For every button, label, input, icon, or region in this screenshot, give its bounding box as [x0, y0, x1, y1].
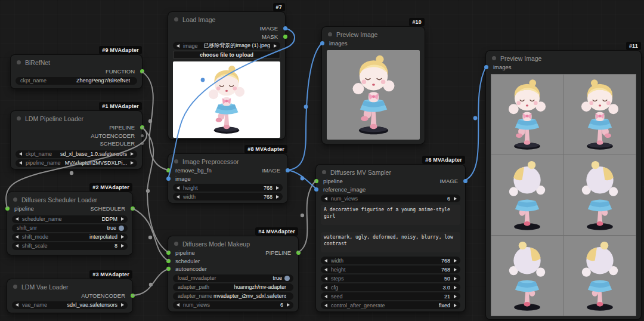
combo-prev-icon[interactable]: [324, 197, 327, 200]
node-title-bar[interactable]: Image Preprocessor: [168, 156, 287, 166]
node-title-bar[interactable]: BiRefNet: [11, 57, 142, 67]
collapse-dot-icon[interactable]: [328, 32, 332, 36]
collapse-dot-icon[interactable]: [492, 56, 496, 60]
combo-next-icon[interactable]: [454, 197, 457, 200]
node-birefnet[interactable]: #9 MVAdapter BiRefNet FUNCTION ckpt_name…: [11, 55, 142, 88]
node-title-bar[interactable]: Diffusers MV Sampler: [316, 167, 465, 177]
combo-next-icon[interactable]: [121, 303, 124, 307]
combo-next-icon[interactable]: [454, 259, 457, 263]
widget-width[interactable]: width 768: [173, 193, 283, 200]
combo-prev-icon[interactable]: [324, 295, 327, 298]
widget-pipeline-name[interactable]: pipeline_name MVAdapterI2MVSDXLPi...: [16, 159, 137, 167]
combo-prev-icon[interactable]: [324, 277, 327, 280]
combo-prev-icon[interactable]: [16, 303, 18, 307]
output-slot-image[interactable]: [283, 26, 287, 30]
node-title-bar[interactable]: Diffusers Scheduler Loader: [7, 195, 132, 205]
input-slot-scheduler[interactable]: [166, 259, 171, 263]
combo-prev-icon[interactable]: [19, 152, 22, 156]
widget-cfg[interactable]: cfg 3.0: [321, 283, 460, 291]
combo-next-icon[interactable]: [454, 304, 457, 307]
widget-height[interactable]: height 768: [321, 266, 460, 273]
widget-num-views[interactable]: num_views 6: [173, 301, 293, 309]
widget-adapter-name[interactable]: adapter_name mvadapter_i2mv_sdxl.safeten…: [173, 292, 293, 300]
node-title-bar[interactable]: Preview Image: [322, 29, 425, 39]
widget-steps[interactable]: steps 50: [321, 274, 460, 282]
widget-shift-snr[interactable]: shift_snr true: [12, 224, 128, 232]
combo-prev-icon[interactable]: [324, 304, 327, 307]
combo-next-icon[interactable]: [454, 286, 457, 289]
output-slot-pipeline[interactable]: [296, 251, 301, 255]
node-load-image[interactable]: #7 Load Image IMAGE MASK image 已移除背景的ima…: [168, 12, 285, 139]
input-slot-pipeline[interactable]: [166, 251, 171, 255]
toggle-icon[interactable]: [284, 276, 290, 281]
combo-prev-icon[interactable]: [324, 268, 327, 271]
widget-load-mvadapter[interactable]: load_mvadapter true: [173, 274, 293, 282]
collapse-dot-icon[interactable]: [13, 285, 17, 289]
node-preview-image-11[interactable]: #11 Preview Image images: [486, 51, 641, 319]
collapse-dot-icon[interactable]: [13, 197, 17, 202]
node-preview-image-10[interactable]: #10 Preview Image images: [322, 27, 425, 144]
input-slot-pipeline[interactable]: [5, 206, 10, 211]
input-slot-pipeline[interactable]: [314, 179, 318, 183]
output-slot-function[interactable]: [140, 69, 144, 73]
combo-next-icon[interactable]: [454, 295, 457, 298]
widget-shift-scale[interactable]: shift_scale 8: [12, 242, 128, 250]
node-title-bar[interactable]: Preview Image: [486, 53, 641, 63]
combo-prev-icon[interactable]: [16, 244, 18, 248]
widget-ckpt-name[interactable]: ckpt_name sd_xl_base_1.0.safetensors: [16, 150, 137, 158]
output-slot-image[interactable]: [286, 168, 290, 172]
output-slot-pipeline[interactable]: [140, 125, 144, 129]
negative-prompt-textarea[interactable]: watermark, ugly, deformed, noisy, blurry…: [321, 232, 460, 252]
node-diffusers-model-makeup[interactable]: #4 MVAdapter Diffusers Model Makeup pipe…: [168, 236, 298, 311]
collapse-dot-icon[interactable]: [17, 116, 21, 121]
combo-prev-icon[interactable]: [177, 44, 179, 48]
node-ldm-pipeline-loader[interactable]: #1 MVAdapter LDM Pipeline Loader PIPELIN…: [11, 111, 142, 169]
input-slot-remove-bg-fn[interactable]: [166, 168, 171, 172]
combo-prev-icon[interactable]: [324, 259, 327, 263]
toggle-icon[interactable]: [119, 226, 124, 231]
output-slot-mask[interactable]: [283, 35, 287, 39]
combo-prev-icon[interactable]: [19, 161, 22, 165]
node-diffusers-scheduler-loader[interactable]: #2 MVAdapter Diffusers Scheduler Loader …: [7, 192, 132, 255]
combo-prev-icon[interactable]: [16, 235, 18, 239]
collapse-dot-icon[interactable]: [174, 242, 178, 246]
combo-next-icon[interactable]: [121, 244, 124, 248]
positive-prompt-textarea[interactable]: A decorative figurine of a young anime-s…: [321, 205, 460, 225]
combo-prev-icon[interactable]: [177, 195, 179, 199]
combo-next-icon[interactable]: [274, 44, 277, 48]
input-slot-image[interactable]: [166, 177, 171, 181]
combo-next-icon[interactable]: [454, 268, 457, 271]
collapse-dot-icon[interactable]: [174, 17, 178, 21]
combo-next-icon[interactable]: [287, 303, 290, 307]
node-title-bar[interactable]: LDM Vae Loader: [7, 282, 132, 292]
input-slot-autoencoder[interactable]: [166, 267, 171, 271]
widget-width[interactable]: width 768: [321, 257, 460, 264]
widget-seed[interactable]: seed 21: [321, 292, 460, 300]
combo-next-icon[interactable]: [121, 235, 124, 239]
widget-scheduler-name[interactable]: scheduler_name DDPM: [12, 215, 128, 223]
widget-control-after-generate[interactable]: control_after_generate fixed: [321, 301, 460, 309]
widget-height[interactable]: height 768: [173, 184, 283, 192]
combo-next-icon[interactable]: [131, 152, 134, 156]
combo-prev-icon[interactable]: [324, 286, 327, 289]
widget-vae-name[interactable]: vae_name sdxl_vae.safetensors: [12, 301, 128, 309]
combo-prev-icon[interactable]: [177, 186, 179, 190]
combo-next-icon[interactable]: [276, 195, 279, 199]
combo-prev-icon[interactable]: [177, 303, 179, 307]
input-slot-images[interactable]: [484, 65, 488, 69]
combo-prev-icon[interactable]: [16, 217, 18, 221]
node-title-bar[interactable]: LDM Pipeline Loader: [11, 113, 142, 124]
collapse-dot-icon[interactable]: [17, 60, 21, 64]
output-slot-autoencoder[interactable]: [141, 134, 144, 137]
combo-next-icon[interactable]: [276, 186, 279, 190]
node-diffusers-mv-sampler[interactable]: #6 MVAdapter Diffusers MV Sampler pipeli…: [316, 165, 465, 311]
input-slot-reference-image[interactable]: [314, 187, 318, 192]
widget-adapter-path[interactable]: adapter_path huanngzh/mv-adapter: [173, 283, 293, 291]
collapse-dot-icon[interactable]: [174, 159, 178, 163]
combo-next-icon[interactable]: [454, 277, 457, 280]
widget-ckpt-name[interactable]: ckpt_name ZhengPeng7/BiRefNet: [16, 77, 137, 85]
node-ldm-vae-loader[interactable]: #3 MVAdapter LDM Vae Loader AUTOENCODER …: [7, 279, 132, 313]
output-slot-image[interactable]: [463, 179, 467, 183]
node-graph-canvas[interactable]: #9 MVAdapter BiRefNet FUNCTION ckpt_name…: [0, 0, 644, 321]
output-slot-scheduler[interactable]: [131, 206, 135, 211]
